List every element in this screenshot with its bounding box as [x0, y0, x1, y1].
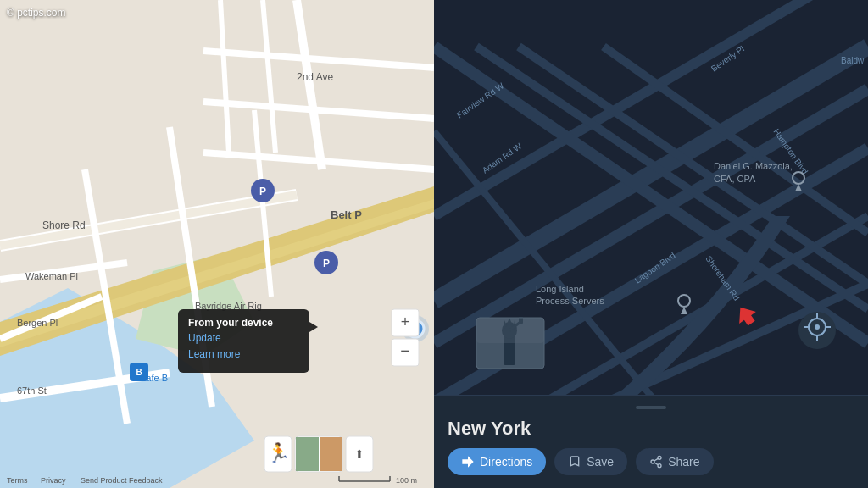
svg-text:From your device: From your device: [188, 317, 273, 329]
svg-text:67th St: 67th St: [17, 385, 47, 396]
svg-marker-103: [462, 456, 473, 467]
svg-point-106: [658, 464, 661, 468]
svg-text:Baldw: Baldw: [841, 56, 865, 65]
directions-button[interactable]: Directions: [448, 448, 546, 475]
share-icon: [649, 455, 663, 469]
svg-text:−: −: [400, 341, 410, 360]
save-button[interactable]: Save: [554, 448, 627, 475]
svg-text:Belt P: Belt P: [331, 208, 362, 221]
left-map-panel: © pctips.com: [0, 0, 434, 488]
svg-text:B: B: [136, 368, 142, 377]
svg-text:Long Island: Long Island: [536, 284, 584, 294]
svg-text:Bergen Pl: Bergen Pl: [17, 318, 58, 328]
svg-text:Wakeman Pl: Wakeman Pl: [25, 271, 78, 281]
svg-line-107: [654, 463, 659, 465]
svg-text:Process Servers: Process Servers: [536, 296, 604, 306]
svg-text:Update: Update: [188, 332, 221, 344]
svg-line-108: [654, 458, 659, 461]
svg-text:Privacy: Privacy: [41, 476, 66, 485]
svg-text:Daniel G. Mazzola,: Daniel G. Mazzola,: [714, 161, 793, 171]
svg-point-98: [815, 324, 820, 330]
svg-text:Learn more: Learn more: [188, 348, 241, 360]
svg-text:Shore Rd: Shore Rd: [42, 219, 86, 231]
svg-rect-48: [320, 437, 342, 471]
svg-text:⬆: ⬆: [354, 447, 364, 461]
bottom-info-panel: New York Directions Save: [434, 395, 868, 488]
svg-text:P: P: [323, 258, 330, 269]
place-name: New York: [448, 418, 854, 440]
drag-handle[interactable]: [636, 406, 666, 409]
directions-icon: [461, 455, 475, 469]
svg-point-105: [651, 460, 654, 463]
svg-text:🏃: 🏃: [267, 441, 291, 464]
svg-text:Send Product Feedback: Send Product Feedback: [81, 476, 163, 485]
svg-rect-94: [476, 318, 544, 343]
watermark: © pctips.com: [7, 7, 66, 19]
svg-rect-47: [296, 437, 319, 471]
right-map-panel: Fairview Rd W Adam Rd W Beverly Pl Lagoo…: [434, 0, 868, 488]
share-button[interactable]: Share: [636, 448, 713, 475]
svg-text:100 m: 100 m: [396, 476, 417, 485]
svg-text:+: +: [401, 313, 410, 330]
light-map-svg: Shore Rd Wakeman Pl Bergen Pl 67th St 2n…: [0, 0, 434, 488]
svg-text:2nd Ave: 2nd Ave: [297, 71, 333, 83]
svg-point-104: [658, 456, 661, 459]
save-icon: [568, 455, 581, 469]
svg-text:CFA, CPA: CFA, CPA: [714, 174, 756, 184]
svg-text:P: P: [259, 186, 266, 197]
action-buttons: Directions Save Share: [448, 448, 854, 475]
svg-text:Terms: Terms: [7, 476, 28, 485]
